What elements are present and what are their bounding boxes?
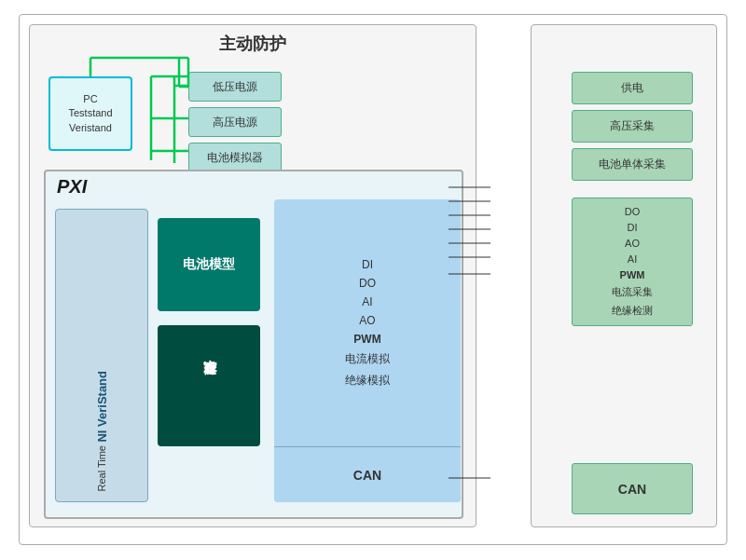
main-container: BMS HiL系统 BMS 主动防护 PC Teststand Veristan…: [0, 0, 746, 560]
can-inner-label: CAN: [353, 468, 381, 483]
can-inner-box: CAN: [274, 446, 461, 502]
power-box-battery-sim: 电池模拟器: [188, 143, 282, 172]
io-ai: AI: [362, 295, 372, 308]
bms-io-insulation: 绝缘检测: [612, 304, 653, 318]
diagram-area: BMS 主动防护 PC Teststand Veristand 低压电源 高压电…: [19, 14, 727, 545]
bms-box-power: 供电: [572, 72, 693, 104]
rt-area: NI VeriStand Real Time: [55, 209, 148, 502]
bms-io-current: 电流采集: [612, 285, 653, 299]
bms-box-hv: 高压采集: [572, 110, 693, 143]
bms-io-ai: AI: [628, 253, 637, 265]
pc-teststand-box: PC Teststand Veristand: [48, 76, 132, 151]
pxi-label: PXI: [57, 176, 87, 198]
zd-section: 主动防护 PC Teststand Veristand 低压电源 高压电源 电池…: [29, 24, 477, 527]
io-box: DI DO AI AO PWM 电流模拟 绝缘模拟 CAN: [274, 199, 461, 502]
io-ao: AO: [359, 314, 375, 327]
bms-io-di: DI: [628, 222, 638, 233]
bms-box-cell: 电池单体采集: [572, 148, 693, 181]
bms-io-pwm: PWM: [620, 269, 645, 280]
battery-model-box: 电池模型: [158, 218, 260, 311]
io-pwm: PWM: [353, 333, 380, 346]
rt-label: Real Time: [95, 445, 108, 492]
power-boxes-group: 低压电源 高压电源 电池模拟器: [188, 72, 282, 172]
vehicle-model-box: 整车模型: [158, 325, 260, 446]
io-signals-group: DI DO AI AO PWM 电流模拟 绝缘模拟: [274, 199, 461, 446]
ni-veristand-label: NI VeriStand: [95, 371, 109, 443]
io-do: DO: [359, 277, 376, 290]
io-current: 电流模拟: [345, 351, 390, 367]
pc-line2: Teststand: [68, 106, 112, 120]
bms-top-boxes: 供电 高压采集 电池单体采集: [572, 72, 693, 181]
pc-line1: PC: [83, 92, 97, 106]
power-box-low: 低压电源: [188, 72, 282, 102]
bms-io-ao: AO: [625, 238, 640, 249]
power-box-high: 高压电源: [188, 107, 282, 137]
zd-title: 主动防护: [219, 33, 286, 55]
pc-line3: Veristand: [69, 121, 112, 135]
ni-logo: NI VeriStand: [95, 371, 109, 443]
io-di: DI: [362, 258, 373, 271]
bms-section: 供电 高压采集 电池单体采集 DO DI AO AI PWM 电流采集 绝缘检测…: [531, 24, 717, 527]
bms-can-box: CAN: [572, 463, 693, 514]
bms-io-area: DO DI AO AI PWM 电流采集 绝缘检测: [572, 198, 693, 326]
io-insulation: 绝缘模拟: [345, 373, 390, 389]
pxi-area: PXI NI VeriStand Real Time 电池模型 整车模型: [44, 170, 463, 519]
bms-io-do: DO: [625, 206, 641, 217]
